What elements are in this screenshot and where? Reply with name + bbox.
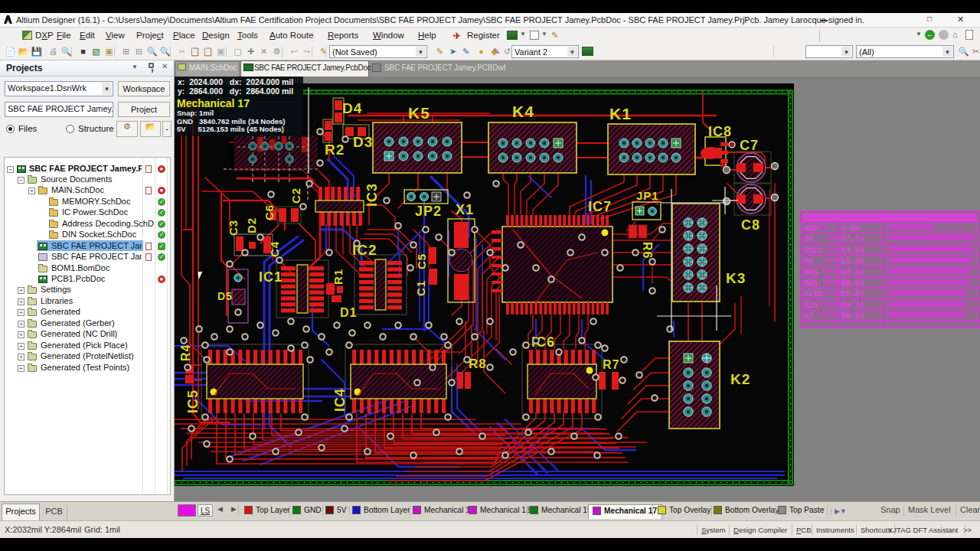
svg-text:85.54: 85.54 <box>841 279 864 288</box>
svg-text:R2: R2 <box>325 142 345 158</box>
svg-text:K5: K5 <box>408 104 430 122</box>
svg-text:22.64: 22.64 <box>841 290 864 298</box>
svg-text:IC1: IC1 <box>259 269 283 285</box>
svg-text:D3: D3 <box>353 134 373 150</box>
svg-text:D5: D5 <box>217 290 233 302</box>
svg-text:D4: D4 <box>342 100 362 116</box>
svg-text:JP1: JP1 <box>636 189 659 202</box>
svg-text:59.74: 59.74 <box>841 302 864 310</box>
svg-text:RW1: RW1 <box>804 279 818 288</box>
svg-text:D2: D2 <box>245 217 258 233</box>
svg-text:C3: C3 <box>227 220 240 236</box>
svg-text:C2: C2 <box>289 187 302 204</box>
svg-text:VCC1: VCC1 <box>804 246 822 255</box>
svg-text:R7: R7 <box>603 358 619 371</box>
svg-text:IC4: IC4 <box>332 388 348 412</box>
svg-text:CLK2: CLK2 <box>804 290 822 298</box>
svg-text:K3: K3 <box>726 270 746 286</box>
svg-text:A15: A15 <box>804 302 818 310</box>
svg-text:A0: A0 <box>804 257 813 266</box>
svg-text:K4: K4 <box>512 103 534 120</box>
svg-text:D01: D01 <box>804 269 818 277</box>
svg-text:K1: K1 <box>609 105 632 122</box>
svg-text:IC8: IC8 <box>708 124 732 139</box>
svg-text:X1: X1 <box>456 202 474 217</box>
svg-text:IC5: IC5 <box>185 390 201 413</box>
svg-text:37.14: 37.14 <box>841 235 864 243</box>
svg-text:R8: R8 <box>469 357 487 371</box>
svg-text:IC7: IC7 <box>588 199 612 214</box>
svg-text:D1: D1 <box>340 306 357 319</box>
svg-text:C6: C6 <box>263 204 276 220</box>
svg-text:5V: 5V <box>804 235 813 243</box>
svg-text:R1: R1 <box>332 269 345 285</box>
svg-text:C4: C4 <box>268 241 281 257</box>
svg-text:D7: D7 <box>804 312 813 321</box>
svg-text:K2: K2 <box>730 371 750 387</box>
svg-text:74.24: 74.24 <box>841 246 864 255</box>
svg-text:C1: C1 <box>414 280 427 296</box>
svg-text:C5: C5 <box>415 253 428 269</box>
svg-text:96.84: 96.84 <box>841 312 864 321</box>
svg-text:0.04: 0.04 <box>841 224 859 233</box>
svg-text:C7: C7 <box>740 138 759 153</box>
svg-text:11.34: 11.34 <box>841 257 864 266</box>
svg-text:C8: C8 <box>741 217 760 233</box>
svg-text:IC3: IC3 <box>364 183 380 207</box>
svg-text:R4: R4 <box>179 344 192 361</box>
svg-text:R6: R6 <box>641 242 654 259</box>
svg-text:JP2: JP2 <box>415 204 442 219</box>
svg-text:48.44: 48.44 <box>841 269 864 277</box>
